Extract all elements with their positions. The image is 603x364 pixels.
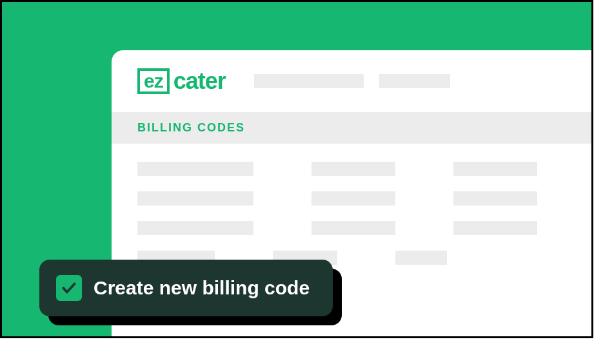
cell-placeholder [311, 162, 395, 176]
logo-box: ez [137, 68, 170, 94]
table-row [137, 191, 566, 206]
create-billing-code-button[interactable]: Create new billing code [39, 260, 333, 316]
cell-placeholder [453, 162, 537, 176]
logo-text-ez: ez [144, 72, 163, 91]
cell-placeholder [453, 221, 537, 235]
cell-placeholder [137, 221, 253, 235]
cell-placeholder [453, 191, 537, 206]
cell-placeholder [395, 251, 447, 265]
app-frame: ez cater BILLING CODES [0, 0, 593, 338]
billing-codes-table [112, 144, 591, 265]
header: ez cater [112, 50, 591, 107]
cell-placeholder [311, 221, 395, 235]
section-title: BILLING CODES [137, 121, 566, 135]
logo-text-cater: cater [173, 70, 226, 93]
nav-placeholder [254, 74, 364, 88]
cell-placeholder [137, 191, 253, 206]
nav-placeholder [379, 74, 450, 88]
table-row [137, 221, 566, 235]
ezcater-logo: ez cater [137, 68, 226, 94]
table-row [137, 162, 566, 176]
create-billing-code-label: Create new billing code [94, 277, 310, 299]
nav-placeholder-group [254, 74, 450, 88]
cell-placeholder [311, 191, 395, 206]
section-banner: BILLING CODES [112, 112, 591, 144]
checkbox-checked-icon [56, 275, 82, 301]
cell-placeholder [137, 162, 253, 176]
